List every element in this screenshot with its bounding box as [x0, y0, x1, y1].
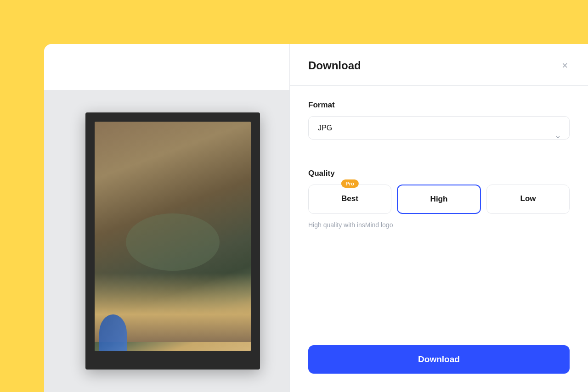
main-container: ♛ Upgrade to Pro Resize Download: [44, 44, 588, 392]
quality-high-label: High: [430, 195, 448, 203]
close-icon: ×: [562, 61, 568, 71]
format-select[interactable]: JPG PNG WEBP PDF: [308, 116, 570, 140]
modal-header: Download ×: [290, 44, 588, 86]
modal-title: Download: [308, 59, 361, 72]
download-main-button[interactable]: Download: [308, 345, 570, 374]
blue-figure: [99, 314, 127, 351]
modal-footer: Download: [290, 345, 588, 392]
quality-low[interactable]: Low: [486, 185, 570, 214]
image-content: [95, 122, 251, 351]
quality-label: Quality: [308, 169, 570, 178]
format-select-wrapper: JPG PNG WEBP PDF ⌄: [308, 116, 570, 154]
download-main-label: Download: [418, 354, 460, 364]
quality-high[interactable]: High: [397, 185, 481, 214]
modal-body: Format JPG PNG WEBP PDF ⌄ Quality Pro Be…: [290, 86, 588, 345]
pro-badge: Pro: [341, 179, 358, 188]
download-modal: Download × Format JPG PNG WEBP PDF ⌄ Qua…: [289, 44, 588, 392]
quality-best[interactable]: Pro Best: [308, 185, 391, 214]
image-preview: [44, 90, 301, 392]
quality-options: Pro Best High Low: [308, 185, 570, 214]
quality-best-label: Best: [341, 194, 358, 203]
image-frame: [85, 112, 260, 370]
quality-low-label: Low: [520, 194, 536, 203]
quality-hint: High quality with insMind logo: [308, 221, 570, 229]
format-label: Format: [308, 101, 570, 110]
close-button[interactable]: ×: [560, 59, 570, 73]
